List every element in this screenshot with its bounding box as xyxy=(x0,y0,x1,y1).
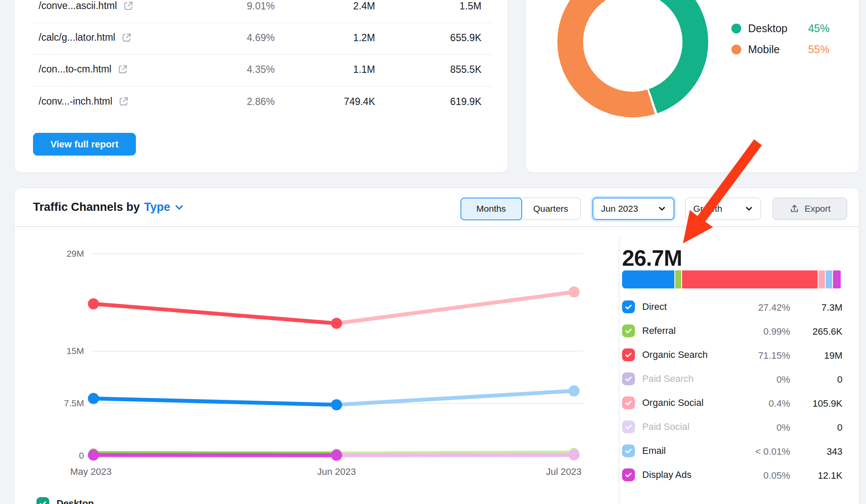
checked-checkbox[interactable] xyxy=(622,324,635,337)
bar-segment-display-ads xyxy=(833,270,840,288)
chevron-down-icon xyxy=(658,205,666,213)
toggle-months[interactable]: Months xyxy=(460,198,522,220)
traffic-cell: 1.2M xyxy=(289,32,375,44)
traffic-share-cell: 9.01% xyxy=(189,0,275,12)
traffic-channels-title: Traffic Channels by Type xyxy=(33,201,184,214)
bar-segment-direct xyxy=(622,270,674,288)
period-granularity-toggle: Months Quarters xyxy=(460,198,581,220)
channel-value: 0 xyxy=(757,422,842,433)
total-traffic-value: 26.7M xyxy=(622,245,682,271)
external-link-icon[interactable] xyxy=(121,32,132,43)
traffic-share-cell: 4.35% xyxy=(189,64,275,75)
channel-value: 265.6K xyxy=(757,326,842,337)
external-link-icon[interactable] xyxy=(117,64,128,75)
bar-segment-email xyxy=(826,270,832,288)
checked-checkbox[interactable] xyxy=(622,444,635,457)
header-divider xyxy=(14,226,859,227)
unique-visitors-cell: 1.5M xyxy=(396,0,481,12)
device-label: Desktop xyxy=(57,498,94,504)
export-label: Export xyxy=(805,204,831,214)
page-url[interactable]: /conv...-inch.html xyxy=(39,96,112,107)
channel-label: Display Ads xyxy=(642,469,692,480)
period-dropdown-value: Jun 2023 xyxy=(601,204,638,214)
view-full-report-button[interactable]: View full report xyxy=(33,133,136,156)
device-row-desktop-partial[interactable]: Desktop xyxy=(36,495,94,504)
mobile-dot-icon xyxy=(731,45,741,54)
channel-row-paid-social[interactable]: Paid Social xyxy=(622,418,689,435)
channel-label: Organic Social xyxy=(642,397,704,408)
channel-label: Direct xyxy=(642,301,667,312)
channel-label: Paid Search xyxy=(642,373,694,384)
checked-checkbox[interactable] xyxy=(622,348,635,361)
page-url[interactable]: /conve...ascii.html xyxy=(39,0,117,12)
traffic-share-cell: 4.69% xyxy=(189,32,275,44)
export-button[interactable]: Export xyxy=(773,198,847,220)
external-link-icon[interactable] xyxy=(123,0,134,11)
traffic-cell: 1.1M xyxy=(289,64,375,75)
channel-value: 0 xyxy=(757,374,842,385)
unique-visitors-cell: 619.9K xyxy=(396,96,481,108)
table-row-url[interactable]: /calc/g...lator.html xyxy=(39,32,132,43)
desktop-dot-icon xyxy=(731,24,741,33)
unique-visitors-cell: 855.5K xyxy=(396,64,481,75)
channel-row-display-ads[interactable]: Display Ads xyxy=(622,466,692,483)
legend-item-desktop[interactable]: Desktop 45% xyxy=(731,22,830,35)
channel-value: 343 xyxy=(757,446,842,457)
channel-row-email[interactable]: Email xyxy=(622,442,666,459)
title-prefix: Traffic Channels by xyxy=(33,201,140,214)
checked-checkbox[interactable] xyxy=(36,497,49,504)
unique-visitors-cell: 655.9K xyxy=(396,32,481,44)
traffic-cell: 2.4M xyxy=(289,0,375,12)
channel-label: Paid Social xyxy=(642,421,689,432)
channel-value: 19M xyxy=(757,350,842,361)
channel-share-stacked-bar xyxy=(622,270,842,288)
page-url[interactable]: /con...to-cm.html xyxy=(39,63,111,75)
table-row-url[interactable]: /conve...ascii.html xyxy=(39,0,134,12)
bar-segment-referral xyxy=(675,270,681,288)
channel-row-paid-search[interactable]: Paid Search xyxy=(622,370,694,387)
checked-checkbox[interactable] xyxy=(622,468,635,481)
dashboard-page: /conve...ascii.html 9.01% 2.4M 1.5M /cal… xyxy=(0,0,866,504)
row-divider xyxy=(32,23,491,23)
checked-checkbox[interactable] xyxy=(622,420,635,433)
table-row-url[interactable]: /conv...-inch.html xyxy=(39,96,129,107)
channel-value: 12.1K xyxy=(757,470,842,481)
channel-row-referral[interactable]: Referral xyxy=(622,322,676,339)
channel-label: Email xyxy=(642,445,666,456)
bar-segment-organic-social xyxy=(818,270,825,288)
external-link-icon[interactable] xyxy=(118,96,129,107)
channel-row-organic-search[interactable]: Organic Search xyxy=(622,346,708,363)
metric-dropdown[interactable]: Growth xyxy=(685,198,761,220)
channel-label: Referral xyxy=(642,325,676,336)
page-url[interactable]: /calc/g...lator.html xyxy=(39,32,115,43)
row-divider xyxy=(32,54,491,55)
export-upload-icon xyxy=(789,204,800,214)
chevron-down-icon[interactable] xyxy=(174,203,184,212)
checked-checkbox[interactable] xyxy=(622,300,635,313)
channel-row-direct[interactable]: Direct xyxy=(622,298,667,315)
channel-label: Organic Search xyxy=(642,349,708,360)
channel-value: 7.3M xyxy=(757,302,842,313)
checked-checkbox[interactable] xyxy=(622,372,635,385)
table-row-url[interactable]: /con...to-cm.html xyxy=(39,63,128,75)
legend-item-mobile[interactable]: Mobile 55% xyxy=(731,43,830,56)
device-value: 45% xyxy=(795,22,830,35)
channel-value: 105.9K xyxy=(757,398,842,409)
row-divider xyxy=(32,86,491,87)
device-value: 55% xyxy=(795,43,830,56)
traffic-share-cell: 2.86% xyxy=(189,96,275,108)
channel-row-organic-social[interactable]: Organic Social xyxy=(622,394,704,411)
title-dimension-dropdown[interactable]: Type xyxy=(144,201,170,214)
device-label: Mobile xyxy=(748,43,795,56)
device-label: Desktop xyxy=(748,22,795,35)
period-dropdown[interactable]: Jun 2023 xyxy=(592,198,674,220)
chevron-down-icon xyxy=(745,205,753,213)
bar-segment-organic-search xyxy=(682,270,818,288)
checked-checkbox[interactable] xyxy=(622,396,635,409)
toggle-quarters[interactable]: Quarters xyxy=(521,198,580,219)
traffic-cell: 749.4K xyxy=(289,96,375,108)
metric-dropdown-value: Growth xyxy=(693,204,722,214)
